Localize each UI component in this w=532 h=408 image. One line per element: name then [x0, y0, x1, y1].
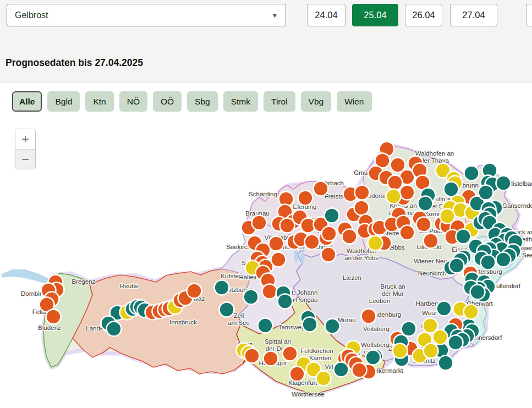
map-marker-o[interactable] — [269, 236, 284, 251]
map-marker-o[interactable] — [271, 252, 286, 267]
map-city-label: Leoben — [369, 297, 390, 304]
map-marker-t[interactable] — [366, 350, 381, 365]
map-marker-y[interactable] — [424, 344, 438, 359]
map-marker-t[interactable] — [464, 166, 479, 181]
map-city-label: Liezen — [343, 274, 361, 281]
map-marker-t[interactable] — [481, 255, 496, 270]
map-marker-t[interactable] — [278, 294, 293, 309]
map-marker-t[interactable] — [496, 252, 511, 267]
map-city-label: Bruck ander Mur — [380, 283, 405, 297]
map-marker-o[interactable] — [352, 363, 367, 378]
date-button-27.04[interactable]: 27.04 — [450, 4, 497, 26]
map-marker-o[interactable] — [314, 181, 328, 196]
date-button-26.04[interactable]: 26.04 — [405, 4, 442, 26]
map-marker-t[interactable] — [334, 362, 349, 377]
map-marker-t[interactable] — [325, 319, 340, 334]
region-button-oö[interactable]: OÖ — [153, 91, 182, 112]
map-marker-o[interactable] — [264, 351, 278, 366]
map-marker-t[interactable] — [496, 176, 511, 191]
map-marker-o[interactable] — [342, 229, 357, 244]
map-marker-t[interactable] — [402, 322, 416, 337]
map-marker-t[interactable] — [479, 185, 493, 200]
map-city-label: Gänserndorf — [502, 202, 532, 209]
lake-traunsee — [301, 252, 305, 264]
map-marker-t[interactable] — [444, 182, 459, 197]
map-marker-t[interactable] — [438, 356, 453, 371]
map-marker-o[interactable] — [424, 234, 438, 249]
region-button-bgld[interactable]: Bgld — [47, 91, 80, 112]
map-marker-y[interactable] — [464, 305, 479, 319]
chevron-down-icon: ▼ — [272, 12, 278, 19]
lake-bodensee — [1, 269, 55, 284]
map-city-label: Bludenz — [38, 324, 61, 331]
map-marker-t[interactable] — [325, 208, 339, 223]
map-marker-o[interactable] — [355, 185, 370, 200]
region-button-alle[interactable]: Alle — [12, 91, 42, 112]
map-marker-t[interactable] — [418, 196, 433, 211]
map-marker-t[interactable] — [470, 285, 485, 300]
map-marker-y[interactable] — [368, 236, 383, 251]
region-filter-row: AlleBgldKtnNÖOÖSbgStmkTirolVbgWien — [12, 91, 372, 112]
date-button-25.04[interactable]: 25.04 — [352, 4, 398, 26]
map-marker-t[interactable] — [107, 322, 122, 337]
map-city-label: Tamsweg — [278, 324, 305, 330]
map-marker-t[interactable] — [448, 335, 463, 350]
map-marker-o[interactable] — [262, 284, 277, 299]
zoom-out-button[interactable]: − — [15, 149, 35, 169]
map-marker-o[interactable] — [290, 367, 305, 382]
map-city-label: Innsbruck — [169, 319, 197, 326]
map-marker-o[interactable] — [252, 216, 267, 230]
map-marker-y[interactable] — [316, 371, 331, 386]
date-button-partial[interactable] — [526, 4, 532, 26]
disease-select-value: Gelbrost — [15, 10, 48, 20]
map-city-label: Wolfsberg — [361, 341, 390, 348]
map-marker-o[interactable] — [322, 227, 337, 241]
map-marker-t[interactable] — [244, 290, 259, 305]
map-marker-t[interactable] — [258, 318, 273, 333]
map-marker-t[interactable] — [215, 280, 229, 295]
disease-select[interactable]: Gelbrost ▼ — [7, 4, 286, 26]
map-marker-y[interactable] — [440, 209, 455, 224]
map-city-label: Schärding — [249, 191, 277, 197]
region-button-ktn[interactable]: Ktn — [85, 91, 113, 112]
region-button-nö[interactable]: NÖ — [119, 91, 147, 112]
map-marker-y[interactable] — [433, 330, 448, 345]
map-marker-t[interactable] — [220, 302, 234, 317]
map-city-label: Murau — [338, 317, 356, 323]
map-marker-o[interactable] — [245, 349, 260, 363]
map-marker-t[interactable] — [437, 301, 452, 316]
map-marker-y[interactable] — [393, 344, 408, 359]
map-marker-o[interactable] — [187, 284, 202, 299]
map-marker-o[interactable] — [280, 218, 295, 233]
map-city-label: Weiz — [422, 310, 436, 316]
zoom-in-button[interactable]: + — [15, 129, 35, 149]
region-button-tirol[interactable]: Tirol — [264, 91, 295, 112]
map-city-label: Reutte — [120, 283, 139, 289]
map-marker-o[interactable] — [361, 309, 376, 324]
map-marker-o[interactable] — [354, 201, 369, 216]
page-title: Prognosedaten bis 27.04.2025 — [6, 57, 143, 69]
map-marker-t[interactable] — [456, 229, 471, 244]
map-marker-o[interactable] — [400, 185, 415, 200]
map-marker-o[interactable] — [416, 217, 431, 232]
map-marker-o[interactable] — [283, 346, 298, 361]
map-marker-o[interactable] — [298, 191, 313, 206]
map-marker-t[interactable] — [303, 317, 317, 332]
region-button-stmk[interactable]: Stmk — [223, 91, 258, 112]
map-city-label: Voitsberg — [363, 326, 390, 332]
map-marker-o[interactable] — [388, 175, 403, 190]
map-marker-o[interactable] — [400, 225, 415, 240]
austria-map[interactable]: BregenzDornbirnFeldkirchBludenzLandeckRe… — [0, 113, 532, 408]
map-zoom-control: + − — [15, 129, 36, 169]
map-marker-y[interactable] — [386, 189, 401, 204]
map-marker-o[interactable] — [305, 235, 320, 250]
map-marker-t[interactable] — [449, 258, 464, 273]
map-city-label: Bregenz — [72, 278, 96, 285]
region-button-sbg[interactable]: Sbg — [187, 91, 218, 112]
region-button-vbg[interactable]: Vbg — [301, 91, 332, 112]
map-marker-o[interactable] — [321, 247, 336, 262]
map-marker-o[interactable] — [46, 310, 61, 324]
lake-attersee — [294, 249, 298, 263]
region-button-wien[interactable]: Wien — [337, 91, 371, 112]
date-button-24.04[interactable]: 24.04 — [307, 4, 345, 26]
